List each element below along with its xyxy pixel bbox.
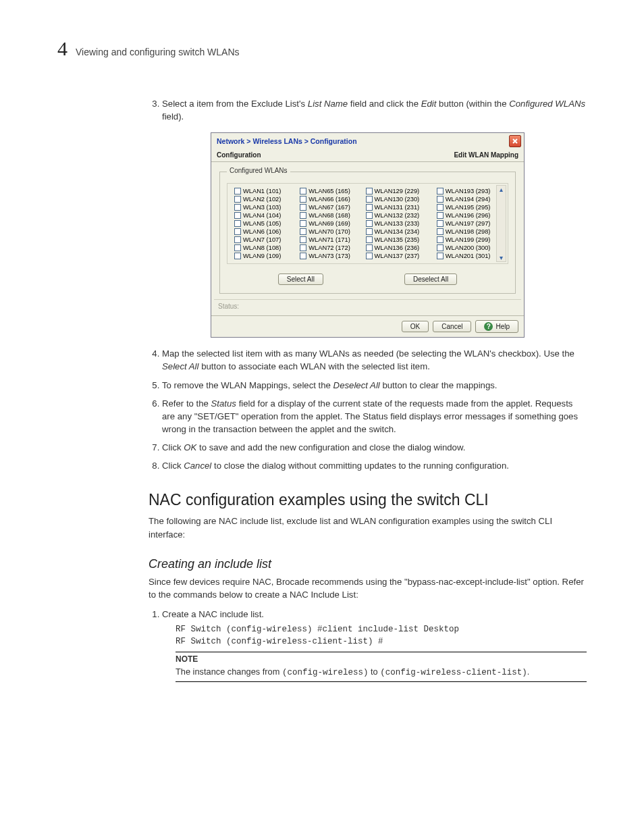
checkbox-icon[interactable] xyxy=(437,253,444,259)
checkbox-icon[interactable] xyxy=(234,196,241,203)
wlan-item[interactable]: WLAN71 (171) xyxy=(300,236,365,243)
ok-button[interactable]: OK xyxy=(402,321,429,332)
wlan-item[interactable]: WLAN68 (168) xyxy=(300,212,365,219)
wlan-item[interactable]: WLAN65 (165) xyxy=(300,188,365,194)
checkbox-icon[interactable] xyxy=(437,228,444,235)
wlan-label: WLAN3 (103) xyxy=(243,204,281,211)
wlan-label: WLAN66 (166) xyxy=(308,196,350,203)
checkbox-icon[interactable] xyxy=(234,204,241,211)
wlan-item[interactable]: WLAN132 (232) xyxy=(366,212,437,219)
checkbox-icon[interactable] xyxy=(366,188,373,194)
wlan-item[interactable]: WLAN134 (234) xyxy=(366,228,437,235)
wlan-label: WLAN6 (106) xyxy=(243,228,281,235)
wlan-label: WLAN198 (298) xyxy=(446,228,491,235)
wlan-item[interactable]: WLAN131 (231) xyxy=(366,204,437,211)
checkbox-icon[interactable] xyxy=(234,228,241,235)
wlan-item[interactable]: WLAN9 (109) xyxy=(234,253,300,259)
checkbox-icon[interactable] xyxy=(300,236,306,243)
checkbox-icon[interactable] xyxy=(437,220,444,227)
status-label: Status: xyxy=(218,303,239,310)
select-all-button[interactable]: Select All xyxy=(278,273,323,285)
wlan-item[interactable]: WLAN3 (103) xyxy=(234,204,300,211)
wlan-label: WLAN193 (293) xyxy=(446,188,491,194)
step-4: Map the selected list item with as many … xyxy=(162,347,587,373)
wlan-label: WLAN2 (102) xyxy=(243,196,281,203)
checkbox-icon[interactable] xyxy=(366,196,373,203)
wlan-label: WLAN199 (299) xyxy=(446,236,491,243)
wlan-item[interactable]: WLAN129 (229) xyxy=(366,188,437,194)
wlan-item[interactable]: WLAN5 (105) xyxy=(234,220,300,227)
cli-code-block: RF Switch (config-wireless) #client incl… xyxy=(176,623,587,648)
checkbox-icon[interactable] xyxy=(437,204,444,211)
scroll-up-icon[interactable]: ▴ xyxy=(497,186,506,193)
wlan-item[interactable]: WLAN69 (169) xyxy=(300,220,365,227)
checkbox-icon[interactable] xyxy=(300,196,306,203)
checkbox-icon[interactable] xyxy=(234,220,241,227)
checkbox-icon[interactable] xyxy=(234,244,241,251)
wlan-item[interactable]: WLAN67 (167) xyxy=(300,204,365,211)
subsection-heading: Creating an include list xyxy=(149,557,587,571)
checkbox-icon[interactable] xyxy=(300,204,306,211)
checkbox-icon[interactable] xyxy=(366,212,373,219)
step-5: To remove the WLAN Mappings, select the … xyxy=(162,379,587,392)
wlan-item[interactable]: WLAN66 (166) xyxy=(300,196,365,203)
checkbox-icon[interactable] xyxy=(300,253,306,259)
checkbox-icon[interactable] xyxy=(366,253,373,259)
checkbox-icon[interactable] xyxy=(300,228,306,235)
checkbox-icon[interactable] xyxy=(366,244,373,251)
checkbox-icon[interactable] xyxy=(437,236,444,243)
wlan-item[interactable]: WLAN136 (236) xyxy=(366,244,437,251)
checkbox-icon[interactable] xyxy=(234,188,241,194)
scrollbar[interactable]: ▴ ▾ xyxy=(496,185,506,262)
wlan-item[interactable]: WLAN1 (101) xyxy=(234,188,300,194)
checkbox-icon[interactable] xyxy=(437,196,444,203)
wlan-item[interactable]: WLAN73 (173) xyxy=(300,253,365,259)
wlan-item[interactable]: WLAN135 (235) xyxy=(366,236,437,243)
wlan-label: WLAN4 (104) xyxy=(243,212,281,219)
main-content: Select a item from the Exclude List's Li… xyxy=(57,97,587,682)
scroll-down-icon[interactable]: ▾ xyxy=(497,254,506,261)
wlan-label: WLAN69 (169) xyxy=(308,220,350,227)
checkbox-icon[interactable] xyxy=(437,212,444,219)
step-6: Refer to the Status field for a display … xyxy=(162,397,587,436)
wlan-label: WLAN195 (295) xyxy=(446,204,491,211)
checkbox-icon[interactable] xyxy=(300,220,306,227)
checkbox-icon[interactable] xyxy=(366,228,373,235)
checkbox-icon[interactable] xyxy=(234,253,241,259)
checkbox-icon[interactable] xyxy=(300,188,306,194)
wlan-item[interactable]: WLAN2 (102) xyxy=(234,196,300,203)
checkbox-icon[interactable] xyxy=(234,236,241,243)
close-icon[interactable] xyxy=(509,135,521,147)
checkbox-icon[interactable] xyxy=(366,204,373,211)
wlan-item[interactable]: WLAN130 (230) xyxy=(366,196,437,203)
wlan-label: WLAN200 (300) xyxy=(446,244,491,251)
wlan-item[interactable]: WLAN8 (108) xyxy=(234,244,300,251)
checkbox-icon[interactable] xyxy=(300,244,306,251)
wlan-label: WLAN73 (173) xyxy=(308,253,350,259)
step-3: Select a item from the Exclude List's Li… xyxy=(162,97,587,123)
cancel-button[interactable]: Cancel xyxy=(433,321,471,332)
checkbox-icon[interactable] xyxy=(300,212,306,219)
wlan-label: WLAN197 (297) xyxy=(446,220,491,227)
wlan-item[interactable]: WLAN7 (107) xyxy=(234,236,300,243)
checkbox-icon[interactable] xyxy=(437,244,444,251)
wlan-label: WLAN8 (108) xyxy=(243,244,281,251)
wlan-label: WLAN1 (101) xyxy=(243,188,281,194)
status-bar: Status: xyxy=(214,299,521,315)
wlan-mapping-dialog: Network > Wireless LANs > Configuration … xyxy=(211,132,525,338)
checkbox-icon[interactable] xyxy=(234,212,241,219)
wlan-label: WLAN194 (294) xyxy=(446,196,491,203)
checkbox-icon[interactable] xyxy=(366,220,373,227)
wlan-item[interactable]: WLAN70 (170) xyxy=(300,228,365,235)
help-button[interactable]: ?Help xyxy=(475,320,518,333)
wlan-item[interactable]: WLAN133 (233) xyxy=(366,220,437,227)
wlan-label: WLAN7 (107) xyxy=(243,236,281,243)
wlan-item[interactable]: WLAN4 (104) xyxy=(234,212,300,219)
deselect-all-button[interactable]: Deselect All xyxy=(404,273,457,285)
wlan-item[interactable]: WLAN6 (106) xyxy=(234,228,300,235)
subsection-intro: Since few devices require NAC, Brocade r… xyxy=(149,575,587,601)
wlan-item[interactable]: WLAN72 (172) xyxy=(300,244,365,251)
checkbox-icon[interactable] xyxy=(437,188,444,194)
wlan-item[interactable]: WLAN137 (237) xyxy=(366,253,437,259)
checkbox-icon[interactable] xyxy=(366,236,373,243)
